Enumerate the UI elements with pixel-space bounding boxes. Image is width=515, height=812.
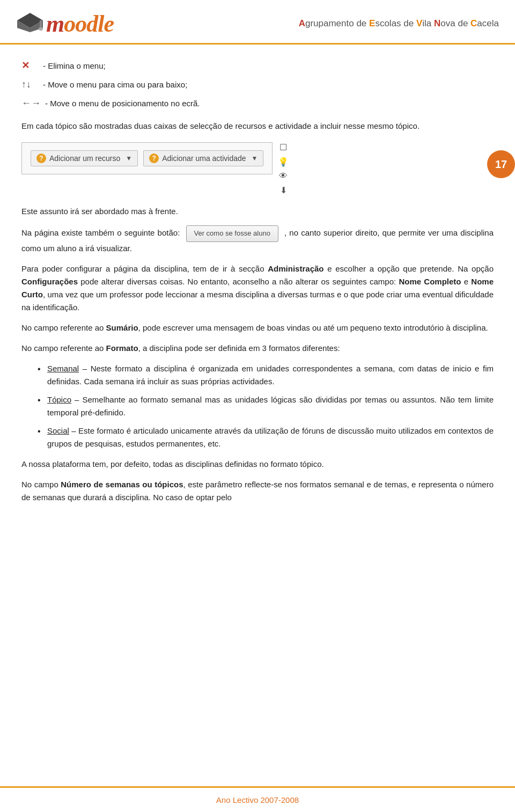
list-item-eliminate: ✕ - Elimina o menu; [21,60,494,71]
topico-label: Tópico [47,395,71,404]
formato-paragraph: No campo referente ao Formato, a discipl… [21,342,494,355]
social-text: – Este formato é articulado unicamente a… [47,426,494,448]
arrow-leftright-icon: ←→ [21,98,41,109]
ver-como-aluno-button[interactable]: Ver como se fosse aluno [186,225,278,242]
move-leftright-label: - Move o menu de posicionamento no ecrã. [45,99,200,108]
header-title: Agrupamento de Escolas de Vila Nova de C… [299,18,499,29]
footer: Ano Lectivo 2007-2008 [0,786,515,812]
plataforma-paragraph: A nossa plataforma tem, por defeito, tod… [21,458,494,471]
screenshot-side-icons: ☐ 💡 👁 ⬇ [278,142,289,195]
svg-rect-2 [40,20,42,28]
x-icon: ✕ [21,60,39,71]
question-icon-resource: ? [36,153,46,163]
list-item-move-leftright: ←→ - Move o menu de posicionamento no ec… [21,98,494,109]
footer-label: Ano Lectivo 2007-2008 [216,795,299,804]
list-item-move-updown: ↑↓ - Move o menu para cima ou para baixo… [21,79,494,90]
down-arrow-icon: ⬇ [280,185,287,195]
format-list: Semanal – Neste formato a disciplina é o… [27,362,494,450]
lightbulb-icon: 💡 [278,157,289,167]
semanal-text: – Neste formato a disciplina é organizad… [47,364,494,386]
semanal-label: Semanal [47,364,79,373]
list-item-social: Social – Este formato é articulado unica… [38,425,494,450]
main-content: ✕ - Elimina o menu; ↑↓ - Move o menu par… [0,45,515,526]
after-screenshot-paragraph: Este assunto irá ser abordado mas à fren… [21,205,494,218]
checkbox-icon: ☐ [279,142,287,152]
add-resource-label: Adicionar um recurso [49,154,120,163]
topico-text: – Semelhante ao formato semanal mas as u… [47,395,494,417]
sumario-paragraph: No campo referente ao Sumário, pode escr… [21,321,494,334]
numero-paragraph: No campo Número de semanas ou tópicos, e… [21,478,494,504]
arrow-updown-icon: ↑↓ [21,79,39,90]
button-paragraph: Na página existe também o seguinte botão… [21,225,494,255]
logo: moodle [16,10,114,38]
admin-paragraph: Para poder configurar a página da discip… [21,262,494,314]
question-icon-activity: ? [149,153,159,163]
header: moodle Agrupamento de Escolas de Vila No… [0,0,515,45]
eye-icon: 👁 [279,171,288,181]
add-activity-dropdown[interactable]: ? Adicionar uma actividade ▼ [143,150,263,166]
dropdown-arrow-activity: ▼ [252,155,258,162]
add-resource-dropdown[interactable]: ? Adicionar um recurso ▼ [31,150,138,166]
add-activity-label: Adicionar uma actividade [162,154,246,163]
logo-hat-icon [16,10,44,38]
intro-paragraph: Em cada tópico são mostradas duas caixas… [21,120,494,133]
dropdown-arrow-resource: ▼ [126,155,132,162]
svg-point-3 [39,27,43,31]
list-item-semanal: Semanal – Neste formato a disciplina é o… [38,362,494,388]
list-item-topico: Tópico – Semelhante ao formato semanal m… [38,393,494,419]
eliminate-label: - Elimina o menu; [43,61,106,70]
logo-text: moodle [46,10,114,38]
icon-list: ✕ - Elimina o menu; ↑↓ - Move o menu par… [21,60,494,109]
social-label: Social [47,426,69,435]
screenshot-area: ? Adicionar um recurso ▼ ? Adicionar uma… [21,142,494,195]
move-updown-label: - Move o menu para cima ou para baixo; [43,80,187,89]
screenshot-box: ? Adicionar um recurso ▼ ? Adicionar uma… [21,142,273,174]
